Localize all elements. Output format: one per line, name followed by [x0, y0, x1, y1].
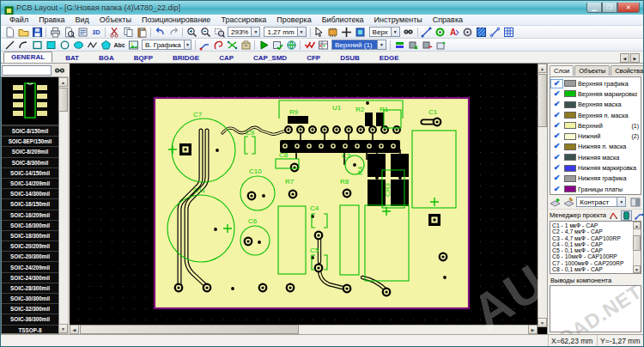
library-tab-bqfp[interactable]: BQFP — [127, 53, 160, 63]
library-tab-edge[interactable]: EDGE — [373, 53, 406, 63]
net-classes-button[interactable] — [420, 40, 434, 51]
copy-button[interactable] — [121, 27, 135, 38]
new-file-button[interactable] — [3, 27, 16, 38]
layer-visibility-checkbox[interactable]: ✔ — [551, 186, 562, 193]
layer-visibility-checkbox[interactable]: ✔ — [551, 80, 562, 88]
footprint-list-item[interactable]: SOIC-20/209mil — [2, 240, 58, 251]
footprint-list-item[interactable]: SOIC-18/300mil — [2, 230, 58, 240]
layer-row[interactable]: ✔Верхний(1) — [551, 120, 641, 131]
component-update-button[interactable] — [406, 40, 420, 51]
draw-text-button[interactable]: Abc — [112, 40, 126, 51]
menu-item[interactable]: Объекты — [94, 15, 137, 24]
place-pad-button[interactable] — [461, 27, 475, 38]
footprint-list-item[interactable]: SOIC-14/209mil — [2, 178, 58, 188]
scroll-right-icon[interactable]: ▶ — [528, 325, 538, 334]
scroll-up-icon[interactable]: ▲ — [538, 64, 547, 73]
zoom-level-combo[interactable]: 293%▼ — [228, 27, 260, 37]
layer-visibility-checkbox[interactable]: ✔ — [551, 100, 562, 108]
autorouter-settings-button[interactable] — [284, 40, 298, 51]
print-button[interactable] — [48, 27, 62, 38]
layer-color-swatch[interactable] — [564, 175, 576, 182]
view-3d-button[interactable]: 3D — [89, 27, 103, 38]
scroll-down-icon[interactable]: ▼ — [538, 318, 547, 327]
place-trace-button[interactable] — [420, 27, 434, 38]
layer-row[interactable]: ✔Нижняя маркировка — [551, 162, 641, 173]
panel-tab-объекты[interactable]: Объекты — [574, 65, 610, 76]
scroll-thumb[interactable] — [538, 74, 547, 127]
layer-color-swatch[interactable] — [564, 112, 576, 119]
footprint-list-item[interactable]: SOIC-14/150mil — [2, 167, 58, 178]
undo-button[interactable] — [153, 27, 167, 38]
layer-visibility-checkbox[interactable]: ✔ — [551, 174, 562, 182]
footprint-list-scrollbar[interactable]: ▲ ▼ — [59, 76, 69, 334]
place-component-button[interactable] — [340, 27, 354, 38]
library-tab-cap[interactable]: CAP — [212, 53, 240, 63]
zoom-in-button[interactable] — [185, 27, 198, 38]
board-properties-button[interactable] — [434, 40, 447, 51]
layer-color-swatch[interactable] — [564, 165, 576, 172]
footprint-list-item[interactable]: SOIC-36/300mil — [2, 314, 58, 324]
board-side-combo[interactable]: Верх▼ — [369, 27, 400, 37]
menu-item[interactable]: Вид — [70, 15, 94, 24]
layer-color-swatch[interactable] — [564, 143, 576, 150]
footprint-list-item[interactable]: SOIC-16/209mil — [2, 210, 58, 220]
scroll-thumb[interactable] — [58, 88, 68, 112]
footprint-list-item[interactable]: SOIC-16/150mil — [2, 198, 58, 209]
select-tool-button[interactable] — [313, 27, 326, 38]
component-list-item[interactable]: C2 - 4,7 мкФ - CAP — [552, 228, 631, 234]
layer-visibility-checkbox[interactable]: ✔ — [551, 122, 562, 130]
footprint-list-item[interactable]: SOIC-8EP/150mil — [2, 136, 58, 146]
menu-item[interactable]: Позиционирование — [137, 15, 216, 24]
draw-polyline-button[interactable] — [85, 40, 99, 51]
menu-item[interactable]: Справка — [428, 15, 468, 24]
combo-arrow-icon[interactable]: ▼ — [184, 40, 191, 49]
layer-color-swatch[interactable] — [564, 101, 576, 108]
add-layer-button[interactable] — [550, 197, 562, 208]
pcb-drawing[interactable]: C7C9R9U1R2R1C1C8C10R7C3R8C11C6C4C5CR3R4 — [70, 64, 538, 327]
canvas-vscrollbar[interactable]: ▲ ▼ — [538, 64, 547, 327]
menu-item[interactable]: Файл — [4, 15, 33, 24]
pcb-canvas[interactable]: C7C9R9U1R2R1C1C8C10R7C3R8C11C6C4C5CR3R4 — [70, 64, 538, 327]
scroll-down-icon[interactable]: ▼ — [58, 324, 68, 333]
footprint-list-item[interactable]: SOIC-16/300mil — [2, 220, 58, 230]
measure-tool-button[interactable] — [489, 27, 502, 38]
tab-scroll-right-icon[interactable]: ▶ — [630, 53, 640, 63]
footprint-search-icon[interactable] — [52, 64, 67, 76]
component-list-scrollbar[interactable]: ▲ ▼ — [633, 222, 641, 273]
footprint-list-item[interactable]: SOIC-24/300mil — [2, 272, 58, 283]
footprint-list-item[interactable]: TSSOP-8 — [2, 325, 58, 334]
place-via-button[interactable] — [434, 27, 447, 38]
layer-color-swatch[interactable] — [564, 133, 576, 140]
layer-visibility-checkbox[interactable]: ✔ — [551, 90, 562, 98]
manual-route-button[interactable] — [197, 40, 211, 51]
component-list-item[interactable]: C7 - 1000мкФ - CAP200RP — [552, 260, 631, 266]
insert-picture-button[interactable] — [126, 40, 140, 51]
draw-circle-button[interactable] — [58, 40, 71, 51]
component-pins-list[interactable] — [550, 285, 641, 332]
layer-visibility-checkbox[interactable]: ✔ — [551, 132, 562, 140]
paste-button[interactable] — [135, 27, 149, 38]
show-nets-button[interactable] — [608, 210, 619, 221]
footprint-search-input[interactable] — [2, 65, 52, 76]
draw-polygon-button[interactable] — [99, 40, 112, 51]
canvas-hscrollbar[interactable]: ◀ ▶ — [70, 325, 538, 334]
layer-row[interactable]: ✔Границы платы — [551, 184, 641, 194]
library-tab-general[interactable]: GENERAL — [3, 52, 52, 63]
layer-visibility-checkbox[interactable]: ✔ — [551, 154, 562, 161]
layer-color-swatch[interactable] — [564, 80, 576, 87]
library-tab-cap_smd[interactable]: CAP_SMD — [246, 53, 294, 63]
component-mode-button[interactable] — [326, 27, 340, 38]
layer-row[interactable]: ✔Нижний(2) — [551, 131, 641, 141]
draw-filled-rect-button[interactable] — [44, 40, 58, 51]
panel-tab-свойства[interactable]: Свойства — [611, 65, 643, 76]
footprint-list-item[interactable]: SOIC-30/300mil — [2, 293, 58, 303]
zoom-window-button[interactable] — [212, 27, 226, 38]
find-button[interactable] — [402, 27, 416, 38]
board-info-button[interactable] — [76, 27, 89, 38]
footprint-list-item[interactable]: SOIC-20/300mil — [2, 251, 58, 261]
layers-dialog-button[interactable] — [392, 40, 406, 51]
component-list-item[interactable]: C3 - 4,7 мкФ - CAP100RP — [552, 235, 631, 241]
active-layer-combo[interactable]: Верхний (1)▼ — [331, 40, 386, 50]
cut-button[interactable] — [107, 27, 121, 38]
draw-filled-ellipse-button[interactable] — [71, 40, 85, 51]
